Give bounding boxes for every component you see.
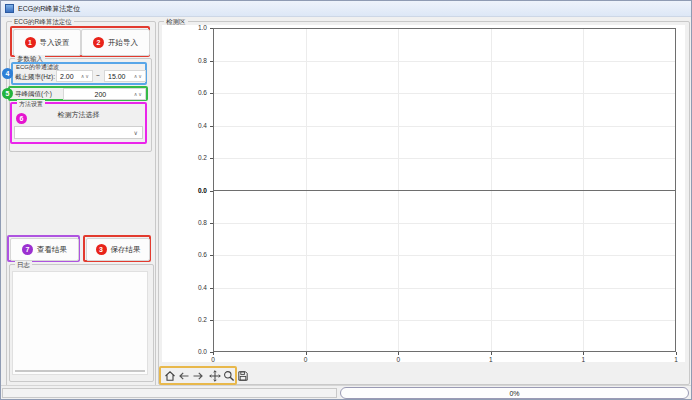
- method-combobox[interactable]: ∨: [14, 126, 143, 139]
- pan-icon[interactable]: [209, 370, 221, 382]
- low-cutoff-value: 2.00: [57, 73, 81, 80]
- save-results-button[interactable]: 3 保存结果: [86, 238, 150, 261]
- log-group-title: 日志: [15, 261, 32, 269]
- app-window: ECG的R峰算法定位 ECG的R峰算法定位 1 导入设置 2 开始导入 参数输入…: [0, 0, 692, 400]
- method-group-title: 方法设置: [17, 100, 45, 108]
- start-import-label: 开始导入: [108, 38, 138, 48]
- status-message-field: [2, 388, 337, 398]
- annotation-box-toolbar: [159, 366, 237, 385]
- high-cutoff-spinbox[interactable]: 15.00 ∧∨: [104, 70, 146, 82]
- import-settings-label: 导入设置: [40, 38, 70, 48]
- app-icon: [5, 4, 14, 13]
- save-results-label: 保存结果: [111, 245, 141, 255]
- spinner-up-down-icon[interactable]: ∧∨: [134, 73, 145, 79]
- bandpass-group-title: ECG的带通滤波: [16, 63, 59, 71]
- start-import-button[interactable]: 2 开始导入: [81, 29, 150, 56]
- zoom-icon[interactable]: [223, 370, 235, 382]
- annotation-badge-6: 6: [16, 113, 27, 124]
- peak-threshold-spinbox[interactable]: 200 ∧∨: [63, 88, 146, 100]
- save-icon[interactable]: [237, 370, 249, 382]
- view-results-button[interactable]: 7 查看结果: [10, 238, 79, 261]
- low-cutoff-spinbox[interactable]: 2.00 ∧∨: [56, 70, 93, 82]
- annotation-badge-7: 7: [22, 244, 33, 255]
- left-panel-group-title: ECG的R峰算法定位: [12, 18, 74, 26]
- window-title: ECG的R峰算法定位: [18, 4, 80, 13]
- cutoff-frequency-label: 截止频率(Hz):: [15, 73, 55, 81]
- progress-bar: 0%: [340, 387, 689, 399]
- spinner-up-down-icon[interactable]: ∧∨: [81, 73, 92, 79]
- annotation-badge-2: 2: [93, 37, 104, 48]
- peak-threshold-value: 200: [64, 91, 134, 98]
- annotation-badge-3: 3: [96, 244, 107, 255]
- back-arrow-icon[interactable]: [178, 370, 190, 382]
- plot-toolbar: [161, 368, 235, 382]
- spinner-up-down-icon[interactable]: ∧∨: [134, 91, 145, 97]
- annotation-badge-5: 5: [2, 88, 13, 99]
- cutoff-separator: ~: [96, 72, 100, 80]
- log-scrollbar[interactable]: [15, 370, 145, 372]
- status-bar: 0%: [1, 385, 691, 400]
- forward-arrow-icon[interactable]: [192, 370, 204, 382]
- annotation-badge-4: 4: [2, 68, 13, 79]
- import-settings-button[interactable]: 1 导入设置: [13, 29, 81, 56]
- view-results-label: 查看结果: [37, 245, 67, 255]
- annotation-badge-1: 1: [25, 37, 36, 48]
- peak-threshold-label: 寻峰阈值(个): [15, 90, 52, 98]
- title-bar: ECG的R峰算法定位: [1, 1, 691, 17]
- detection-plot-canvas[interactable]: [162, 25, 685, 362]
- dropdown-chevron-icon: ∨: [134, 129, 142, 136]
- method-select-label: 检测方法选择: [10, 110, 147, 120]
- home-icon[interactable]: [164, 370, 176, 382]
- progress-label: 0%: [509, 390, 519, 397]
- log-textarea[interactable]: [12, 271, 148, 375]
- high-cutoff-value: 15.00: [105, 73, 134, 80]
